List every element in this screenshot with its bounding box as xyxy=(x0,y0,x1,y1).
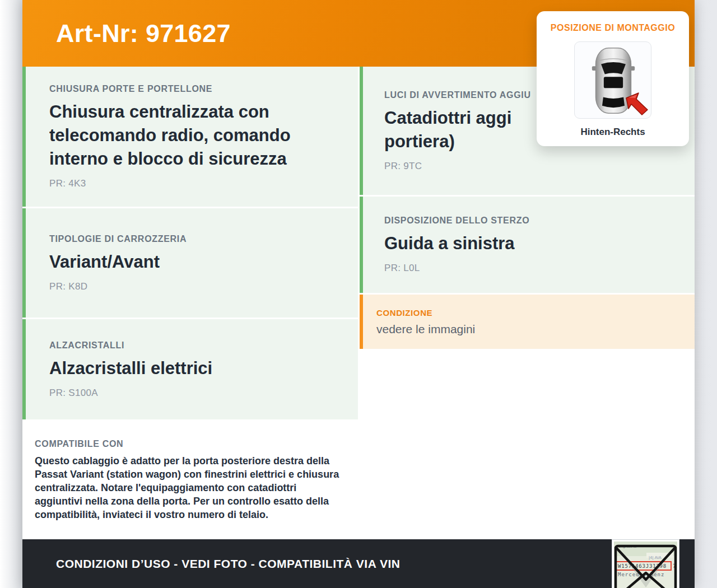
spec-pr-code: PR: L0L xyxy=(384,263,678,274)
listing-screenshot: Art-Nr: 971627 CHIUSURA PORTE E PORTELLO… xyxy=(0,0,717,588)
footer-bar: CONDIZIONI D’USO - VEDI FOTO - COMPATIBI… xyxy=(22,539,695,588)
spec-card-steering: DISPOSIZIONE DELLO STERZO Guida a sinist… xyxy=(360,197,695,293)
vin-document-image: Fahrgestell-Nr. |4| AiA W1571463J31798 7… xyxy=(612,539,679,588)
spec-pr-code: PR: S100A xyxy=(49,388,341,399)
spec-label: CHIUSURA PORTE E PORTELLONE xyxy=(49,84,341,94)
mounting-position-label: POSIZIONE DI MONTAGGIO xyxy=(537,23,689,33)
mounting-position-name: Hinten-Rechts xyxy=(537,127,689,138)
compatibility-text: Questo cablaggio è adatto per la porta p… xyxy=(35,454,341,521)
vin-envelope-illustration: Fahrgestell-Nr. |4| AiA W1571463J31798 7… xyxy=(614,542,677,588)
spec-label: ALZACRISTALLI xyxy=(49,340,341,351)
footer-text: CONDIZIONI D’USO - VEDI FOTO - COMPATIBI… xyxy=(22,539,695,588)
red-arrow-icon xyxy=(625,91,649,116)
spec-title: Alzacristalli elettrici xyxy=(49,357,341,380)
spec-title: Chiusura centralizzata con telecomando r… xyxy=(49,100,329,171)
spec-pr-code: PR: 4K3 xyxy=(49,178,341,189)
condition-value: vedere le immagini xyxy=(376,323,678,336)
compatibility-card: COMPATIBILE CON Questo cablaggio è adatt… xyxy=(22,421,358,539)
compatibility-label: COMPATIBILE CON xyxy=(35,439,341,449)
mounting-position-card: POSIZIONE DI MONTAGGIO xyxy=(537,11,689,146)
spec-title: Variant/Avant xyxy=(49,250,341,274)
empty-white-panel xyxy=(360,351,695,539)
spec-card-door-locking: CHIUSURA PORTE E PORTELLONE Chiusura cen… xyxy=(22,67,358,207)
condition-card: CONDIZIONE vedere le immagini xyxy=(360,295,695,349)
listing-page: Art-Nr: 971627 CHIUSURA PORTE E PORTELLO… xyxy=(22,0,695,588)
spec-label: TIPOLOGIE DI CARROZZERIA xyxy=(49,234,341,244)
spec-label: DISPOSIZIONE DELLO STERZO xyxy=(384,216,678,226)
spec-pr-code: PR: K8D xyxy=(49,281,341,292)
spec-card-window-lifters: ALZACRISTALLI Alzacristalli elettrici PR… xyxy=(22,319,358,419)
spec-card-body-type: TIPOLOGIE DI CARROZZERIA Variant/Avant P… xyxy=(22,208,358,318)
car-position-image xyxy=(574,41,651,119)
vin-doc-stamp: |4| AiA xyxy=(649,555,662,560)
left-column: CHIUSURA PORTE E PORTELLONE Chiusura cen… xyxy=(22,67,358,539)
spec-title: Guida a sinistra xyxy=(384,232,678,255)
condition-label: CONDIZIONE xyxy=(376,308,678,318)
spec-pr-code: PR: 9TC xyxy=(384,161,678,172)
